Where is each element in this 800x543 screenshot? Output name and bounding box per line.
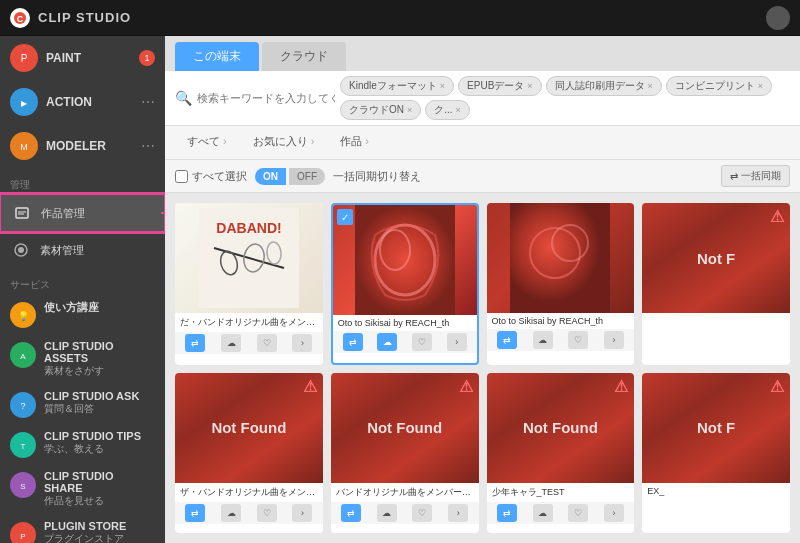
paint-badge: 1 [139, 50, 155, 66]
main-layout: P PAINT 1 ▶ ACTION ⋯ M MODELER ⋯ 管理 [0, 36, 800, 543]
select-all-check[interactable]: すべて選択 [175, 169, 247, 184]
sync-btn-label: 一括同期 [741, 169, 781, 183]
svg-text:?: ? [20, 401, 25, 411]
svg-text:S: S [20, 482, 25, 491]
select-all-checkbox[interactable] [175, 170, 188, 183]
sidebar-service-tips[interactable]: T CLIP STUDIO TIPS 学ぶ、教える [0, 424, 165, 464]
sidebar-item-materials[interactable]: 素材管理 [0, 232, 165, 268]
action-dots: ⋯ [141, 94, 155, 110]
assets-sub: 素材をさがす [44, 364, 155, 378]
tab-bar: この端末 クラウド [165, 36, 800, 71]
heart-btn-1[interactable]: ♡ [257, 334, 277, 352]
filter-search-input[interactable] [197, 92, 335, 104]
share-sub: 作品を見せる [44, 494, 155, 508]
nf-text-5: Not Found [175, 373, 323, 483]
heart-btn-2[interactable]: ♡ [412, 333, 432, 351]
chip-cloudon[interactable]: クラウドON × [340, 100, 421, 120]
grid-thumb-1: DABAND! [175, 203, 323, 313]
svg-rect-8 [16, 208, 28, 218]
arrow-btn-5[interactable]: › [292, 504, 312, 522]
sidebar-item-action[interactable]: ▶ ACTION ⋯ [0, 80, 165, 124]
sync-btn-5[interactable]: ⇄ [185, 504, 205, 522]
heart-btn-7[interactable]: ♡ [568, 504, 588, 522]
tab-this-device[interactable]: この端末 [175, 42, 259, 71]
toggle-on[interactable]: ON [255, 168, 286, 185]
cloud-btn-2[interactable]: ☁ [377, 333, 397, 351]
chip-conbini-close[interactable]: × [758, 81, 763, 91]
chip-doujin-close[interactable]: × [648, 81, 653, 91]
bulk-sync-btn[interactable]: ⇄ 一括同期 [721, 165, 790, 187]
select-all-label: すべて選択 [192, 169, 247, 184]
arrow-btn-2[interactable]: › [447, 333, 467, 351]
arrow-btn-1[interactable]: › [292, 334, 312, 352]
chip-epub-close[interactable]: × [527, 81, 532, 91]
sidebar-service-share[interactable]: S CLIP STUDIO SHARE 作品を見せる [0, 464, 165, 514]
tab-cloud[interactable]: クラウド [262, 42, 346, 71]
chip-conbini[interactable]: コンビニプリント × [666, 76, 772, 96]
sidebar-service-assets[interactable]: A CLIP STUDIO ASSETS 素材をさがす [0, 334, 165, 384]
grid-label-5: ザ・バンドオリジナル曲をメンバー [175, 483, 323, 502]
assets-icon: A [10, 342, 36, 368]
chip-kindle-close[interactable]: × [440, 81, 445, 91]
assets-text: CLIP STUDIO ASSETS 素材をさがす [44, 340, 155, 378]
sync-btn-3[interactable]: ⇄ [497, 331, 517, 349]
sync-btn-7[interactable]: ⇄ [497, 504, 517, 522]
plugin-label: PLUGIN STORE [44, 520, 126, 532]
grid-item-1: DABAND! だ・バンドオリジナル曲をメンバー ⇄ ☁ ♡ › [175, 203, 323, 365]
sidebar-service-tutorial[interactable]: 💡 使い方講座 [0, 294, 165, 334]
heart-btn-3[interactable]: ♡ [568, 331, 588, 349]
cloud-btn-3[interactable]: ☁ [533, 331, 553, 349]
chip-doujin[interactable]: 同人誌印刷用データ × [546, 76, 662, 96]
sidebar-item-paint[interactable]: P PAINT 1 [0, 36, 165, 80]
works-icon [11, 202, 33, 224]
user-avatar[interactable] [766, 6, 790, 30]
chip-epub[interactable]: EPUBデータ × [458, 76, 542, 96]
filter-chips: Kindleフォーマット × EPUBデータ × 同人誌印刷用データ × コンビ… [340, 76, 790, 120]
tips-sub: 学ぶ、教える [44, 442, 141, 456]
app-title: CLIP STUDIO [38, 10, 131, 25]
grid-item-8: ⚠ Not F EX_ [642, 373, 790, 534]
materials-label: 素材管理 [40, 243, 84, 258]
not-found-thumb-7: ⚠ Not Found [487, 373, 635, 483]
toggle-off[interactable]: OFF [289, 168, 325, 185]
chip-conbini-label: コンビニプリント [675, 79, 755, 93]
app-logo: C [10, 8, 30, 28]
materials-icon [10, 239, 32, 261]
grid-item-3: Oto to Sikisai by REACH_th ⇄ ☁ ♡ › [487, 203, 635, 365]
sync-btn-1[interactable]: ⇄ [185, 334, 205, 352]
chip-cloudon-close[interactable]: × [407, 105, 412, 115]
grid-actions-1: ⇄ ☁ ♡ › [175, 332, 323, 354]
arrow-btn-6[interactable]: › [448, 504, 468, 522]
cloud-btn-6[interactable]: ☁ [377, 504, 397, 522]
cat-all[interactable]: すべて› [175, 130, 239, 155]
chip-more[interactable]: ク... × [425, 100, 470, 120]
share-icon: S [10, 472, 36, 498]
arrow-btn-7[interactable]: › [604, 504, 624, 522]
cloud-btn-1[interactable]: ☁ [221, 334, 241, 352]
grid-actions-6: ⇄ ☁ ♡ › [331, 502, 479, 524]
chip-more-close[interactable]: × [456, 105, 461, 115]
heart-btn-5[interactable]: ♡ [257, 504, 277, 522]
sidebar-service-plugin[interactable]: P PLUGIN STORE プラグインストア [0, 514, 165, 543]
nf-text-4: Not F [642, 203, 790, 313]
nf-text-6: Not Found [331, 373, 479, 483]
sidebar-service-ask[interactable]: ? CLIP STUDIO ASK 質問＆回答 [0, 384, 165, 424]
sync-btn-6[interactable]: ⇄ [341, 504, 361, 522]
sync-btn-2[interactable]: ⇄ [343, 333, 363, 351]
cat-works[interactable]: 作品› [328, 130, 381, 155]
arrow-btn-3[interactable]: › [604, 331, 624, 349]
svg-text:P: P [20, 532, 25, 541]
not-found-text-8: Not F [697, 419, 735, 436]
not-found-text-4: Not F [697, 250, 735, 267]
paint-icon: P [10, 44, 38, 72]
cloud-btn-5[interactable]: ☁ [221, 504, 241, 522]
sidebar-item-works[interactable]: 作品管理 [0, 194, 165, 232]
selected-checkmark: ✓ [337, 209, 353, 225]
grid-label-6: バンドオリジナル曲をメンバーに伝... [331, 483, 479, 502]
chip-kindle[interactable]: Kindleフォーマット × [340, 76, 454, 96]
svg-text:C: C [17, 14, 24, 24]
cat-favorites[interactable]: お気に入り› [241, 130, 327, 155]
cloud-btn-7[interactable]: ☁ [533, 504, 553, 522]
heart-btn-6[interactable]: ♡ [412, 504, 432, 522]
sidebar-item-modeler[interactable]: M MODELER ⋯ [0, 124, 165, 168]
